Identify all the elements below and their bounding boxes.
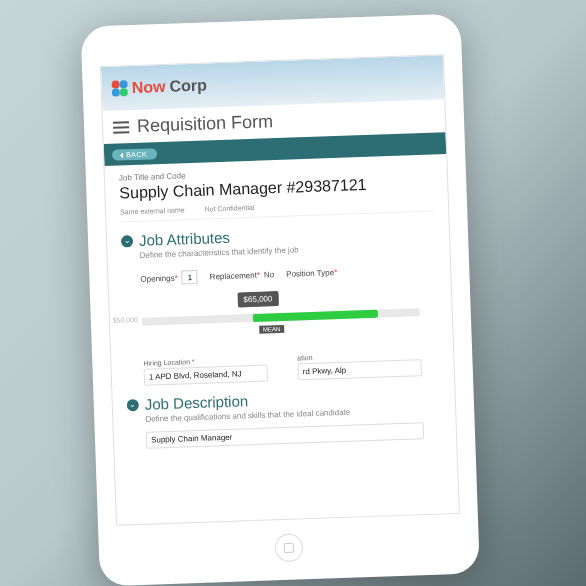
page-title: Requisition Form	[137, 111, 274, 137]
slider-fill	[253, 310, 378, 322]
salary-mean-tag: MEAN	[259, 325, 285, 334]
content: Job Title and Code Supply Chain Manager …	[104, 154, 456, 458]
description-title: Job Description	[145, 392, 249, 413]
attributes-title: Job Attributes	[139, 229, 230, 249]
meta-confidential: Not Confidential	[204, 204, 254, 213]
salary-min: $50,000	[112, 316, 138, 324]
replacement-value[interactable]: No	[264, 270, 275, 279]
description-input[interactable]	[146, 422, 424, 449]
section-attributes: ⌄ Job Attributes Define the characterist…	[121, 222, 440, 387]
salary-tooltip: $65,000	[237, 291, 278, 307]
salary-slider[interactable]: $65,000 $50,000 MEAN	[141, 286, 421, 344]
openings-label: Openings*	[140, 273, 178, 283]
logo-icon	[111, 80, 128, 97]
section-description: ⌄ Job Description Define the qualificati…	[127, 385, 443, 449]
back-button[interactable]: BACK	[112, 148, 157, 161]
hiring-location-input[interactable]	[144, 364, 269, 385]
tablet-frame: NowCorp Requisition Form BACK Job Title …	[81, 14, 480, 586]
job-meta: Same external name Not Confidential	[120, 198, 434, 223]
logo: NowCorp	[111, 76, 207, 97]
meta-external: Same external name	[120, 206, 185, 215]
chevron-down-icon[interactable]: ⌄	[127, 398, 139, 410]
other-location-input[interactable]	[297, 359, 422, 380]
home-button[interactable]	[274, 533, 303, 562]
replacement-label: Replacement*	[210, 270, 261, 281]
chevron-down-icon[interactable]: ⌄	[121, 235, 133, 247]
logo-text-now: Now	[131, 78, 165, 97]
menu-icon[interactable]	[113, 121, 129, 134]
position-type-label: Position Type*	[286, 267, 337, 278]
openings-input[interactable]	[182, 270, 198, 285]
logo-text-corp: Corp	[169, 76, 207, 95]
screen: NowCorp Requisition Form BACK Job Title …	[100, 54, 460, 526]
